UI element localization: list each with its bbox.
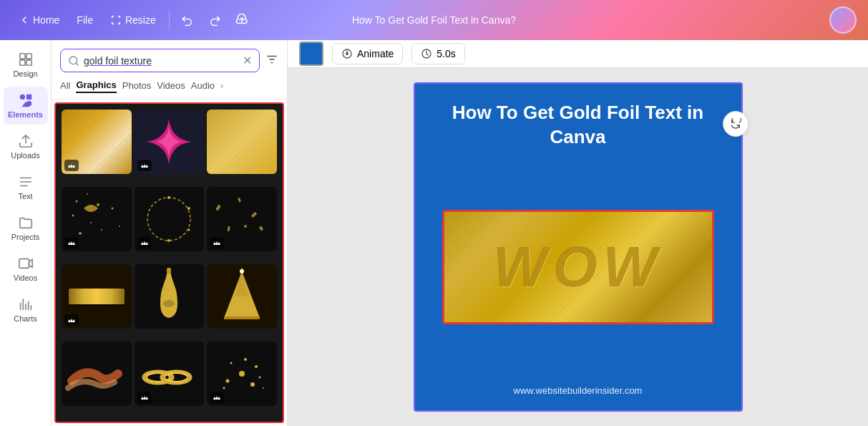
tab-audio[interactable]: Audio (191, 79, 215, 92)
element-item-12[interactable] (207, 342, 277, 406)
search-input-wrap: ✕ (60, 49, 260, 72)
svg-point-38 (239, 371, 245, 377)
search-clear-button[interactable]: ✕ (243, 54, 252, 67)
element-item-3[interactable] (207, 110, 277, 174)
topbar: Home File Resize How To Get Gold Foil Te… (0, 0, 868, 40)
svg-point-44 (223, 387, 225, 389)
svg-point-22 (188, 229, 190, 231)
elements-icon (18, 92, 34, 108)
tab-photos[interactable]: Photos (122, 79, 151, 92)
element-item-5[interactable] (135, 187, 205, 251)
clock-icon (421, 48, 432, 59)
search-input[interactable] (84, 55, 238, 67)
gold-rings-icon (140, 352, 198, 395)
svg-point-40 (255, 365, 258, 368)
undo-button[interactable] (175, 8, 200, 32)
tab-all[interactable]: All (60, 79, 70, 92)
filter-tabs: All Graphics Photos Videos Audio › (52, 78, 287, 100)
collapse-panel-button[interactable] (287, 218, 288, 249)
crown-icon-12 (213, 393, 221, 402)
filter-button[interactable] (265, 53, 278, 69)
tab-videos[interactable]: Videos (157, 79, 185, 92)
redo-icon (208, 14, 221, 26)
element-item-1[interactable] (62, 110, 132, 174)
element-item-7[interactable] (62, 264, 132, 329)
animate-label: Animate (357, 48, 394, 59)
home-label: Home (33, 14, 59, 26)
refresh-button[interactable] (723, 111, 748, 137)
back-home-button[interactable]: Home (11, 10, 67, 30)
svg-point-18 (119, 226, 120, 227)
svg-point-31 (163, 300, 175, 307)
element-item-9[interactable] (207, 264, 277, 329)
sidebar-item-projects[interactable]: Projects (4, 209, 48, 247)
crown-icon-4 (67, 238, 76, 247)
sidebar-item-uploads[interactable]: Uploads (4, 127, 48, 165)
folder-icon (18, 215, 34, 231)
topbar-divider (169, 10, 170, 30)
element-item-11[interactable] (135, 342, 205, 406)
sidebar-item-videos[interactable]: Videos (4, 250, 48, 288)
upload-icon (18, 133, 34, 149)
crown-icon-7 (67, 316, 76, 324)
element-item-2[interactable] (135, 110, 205, 174)
svg-point-11 (87, 193, 88, 195)
duration-button[interactable]: 5.0s (411, 43, 464, 64)
crown-badge-11 (137, 392, 152, 403)
redo-button[interactable] (203, 8, 227, 32)
filter-more-button[interactable]: › (220, 80, 223, 91)
tab-graphics[interactable]: Graphics (76, 78, 116, 93)
svg-point-29 (244, 225, 247, 228)
svg-point-41 (230, 362, 233, 364)
svg-rect-28 (259, 226, 263, 231)
topbar-left: Home File Resize (11, 8, 254, 32)
svg-rect-26 (251, 212, 257, 218)
filter-icon (265, 53, 278, 66)
sidebar-item-elements[interactable]: Elements (4, 87, 48, 125)
svg-point-23 (167, 239, 170, 242)
svg-point-45 (244, 358, 247, 361)
svg-rect-0 (19, 54, 24, 59)
element-item-10[interactable] (62, 342, 132, 406)
color-swatch[interactable] (299, 42, 323, 66)
animate-button[interactable]: Animate (332, 43, 403, 64)
element-item-4[interactable] (62, 187, 132, 251)
crown-badge-1 (64, 160, 79, 171)
element-item-6[interactable] (207, 187, 277, 251)
paint-stroke-icon (64, 345, 129, 402)
sidebar-item-design[interactable]: Design (4, 46, 48, 84)
svg-point-17 (79, 232, 82, 235)
svg-point-37 (165, 373, 187, 382)
elements-grid (54, 102, 284, 423)
upload-cloud-button[interactable] (230, 8, 254, 32)
crown-badge-2 (137, 160, 152, 171)
crown-badge-5 (137, 237, 152, 248)
svg-rect-7 (26, 101, 31, 106)
svg-point-48 (346, 53, 348, 55)
main-content: Design Elements Uploads Text Projects Vi… (0, 40, 868, 426)
element-item-8[interactable] (135, 264, 205, 329)
svg-point-12 (97, 203, 99, 206)
avatar[interactable] (829, 6, 857, 34)
chevron-left-icon (19, 14, 30, 26)
sidebar-item-text[interactable]: Text (4, 168, 48, 206)
svg-point-39 (226, 379, 230, 383)
wow-box[interactable]: WOW (442, 210, 714, 324)
grid-icon (18, 52, 34, 67)
crown-icon (67, 161, 76, 170)
search-panel: ✕ All Graphics Photos Videos Audio › (52, 40, 288, 426)
canvas-wrap: How To Get Gold Foil Text in Canva WOW w… (399, 68, 757, 426)
svg-rect-25 (238, 198, 241, 203)
svg-rect-8 (19, 259, 29, 268)
svg-point-16 (101, 229, 102, 231)
party-hat-icon (220, 268, 263, 325)
sidebar-item-videos-label: Videos (14, 273, 37, 282)
resize-label: Resize (125, 14, 156, 26)
svg-rect-2 (19, 60, 24, 65)
design-canvas[interactable]: How To Get Gold Foil Text in Canva WOW w… (414, 82, 743, 412)
resize-button[interactable]: Resize (103, 10, 163, 30)
file-button[interactable]: File (69, 10, 100, 30)
svg-rect-1 (26, 54, 31, 59)
sidebar-item-charts[interactable]: Charts (4, 291, 48, 329)
gold-foil-overlay-3 (207, 110, 277, 174)
